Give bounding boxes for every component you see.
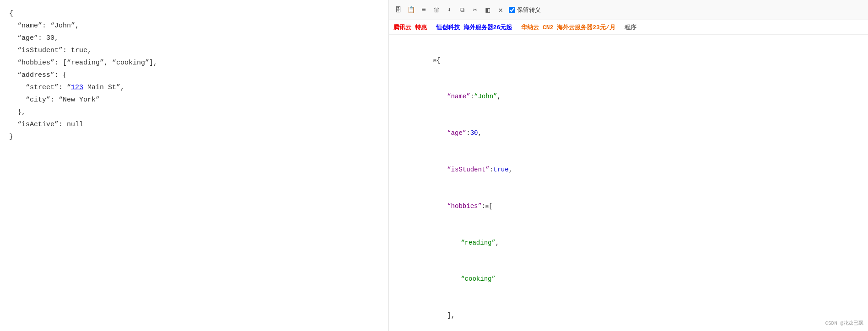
left-line-0: { (9, 7, 379, 20)
close-x-icon[interactable]: ✕ (496, 5, 505, 15)
field-isstudent: “isStudent”:true, (416, 151, 859, 188)
hobbies-collapse-icon[interactable]: ⊟ (485, 204, 489, 209)
left-line-1: “name”: “John”, (9, 20, 379, 32)
file-icon[interactable]: 📋 (406, 5, 415, 15)
left-panel: { “name”: “John”, “age”: 30, “isStudent”… (0, 0, 389, 331)
list-icon[interactable]: ≡ (419, 5, 428, 15)
ad-program[interactable]: 程序 (625, 23, 636, 32)
import-icon[interactable]: ◧ (483, 5, 492, 15)
ad-huanayun[interactable]: 华纳云_CN2 海外云服务器23元/月 (521, 23, 615, 32)
left-line-3: “isStudent”: true, (9, 44, 379, 57)
left-line-5: “address”: { (9, 69, 379, 81)
database-icon[interactable]: 🗄 (394, 5, 403, 15)
left-line-6: “street”: “123 Main St”, (9, 81, 379, 94)
ad-hengchuang[interactable]: 恒创科技_海外服务器26元起 (436, 23, 512, 32)
left-line-8: }, (9, 106, 379, 118)
hobby-reading: “reading”, (430, 224, 859, 261)
field-age: “age”:30, (416, 115, 859, 152)
watermark: CSDN @花蕊已飘 (825, 320, 863, 326)
ad-tencent[interactable]: 腾讯云_特惠 (394, 23, 427, 32)
main-container: { “name”: “John”, “age”: 30, “isStudent”… (0, 0, 868, 331)
ad-banner: 腾讯云_特惠 恒创科技_海外服务器26元起 华纳云_CN2 海外云服务器23元/… (389, 20, 868, 35)
root-open: ⊟{ (403, 42, 859, 79)
left-line-2: “age”: 30, (9, 32, 379, 44)
left-line-9: “isActive”: null (9, 118, 379, 131)
download-icon[interactable]: ⬇ (445, 5, 454, 15)
root-collapse-icon[interactable]: ⊟ (433, 58, 437, 64)
street-link[interactable]: 123 (71, 84, 83, 91)
field-hobbies: “hobbies”:⊟[ (416, 188, 859, 224)
preserve-escape-checkbox[interactable]: 保留转义 (509, 6, 541, 14)
right-panel: ⊟{ “name”:“John”, “age”:30, “isStudent”:… (389, 0, 868, 331)
field-name: “name”:“John”, (416, 79, 859, 115)
left-line-4: “hobbies”: [“reading”, “cooking”], (9, 57, 379, 69)
toolbar: 🗄 📋 ≡ 🗑 ⬇ ⧉ ✂ ◧ ✕ 保留转义 (389, 0, 868, 20)
left-line-10: } (9, 131, 379, 143)
hobbies-close: ], (416, 297, 859, 331)
hobby-cooking: “cooking” (430, 261, 859, 298)
trash-icon[interactable]: 🗑 (432, 5, 441, 15)
json-viewer: ⊟{ “name”:“John”, “age”:30, “isStudent”:… (403, 42, 859, 331)
scissors-icon[interactable]: ✂ (470, 5, 480, 15)
left-line-7: “city”: “New York” (9, 94, 379, 106)
copy-icon[interactable]: ⧉ (458, 5, 467, 15)
